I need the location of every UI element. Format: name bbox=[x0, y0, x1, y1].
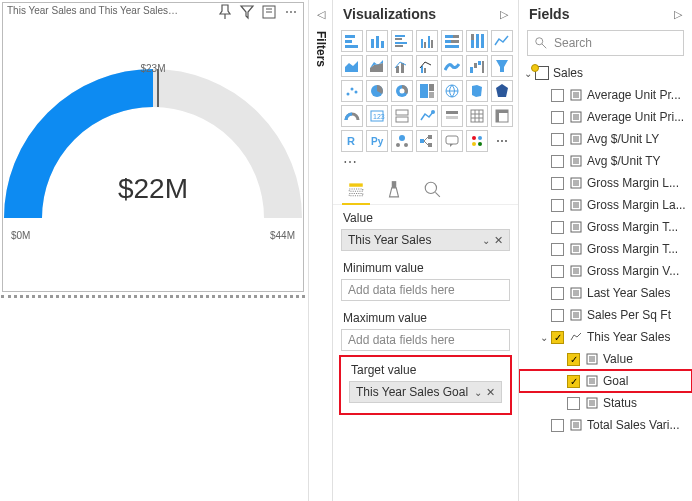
decomposition-icon[interactable] bbox=[416, 130, 438, 152]
field-checkbox[interactable] bbox=[551, 155, 564, 168]
multirow-card-icon[interactable] bbox=[391, 105, 413, 127]
gauge-icon[interactable] bbox=[341, 105, 363, 127]
matrix-icon[interactable] bbox=[491, 105, 513, 127]
filled-map-icon[interactable] bbox=[466, 80, 488, 102]
more-options-icon[interactable]: ⋯ bbox=[333, 152, 518, 172]
field-item[interactable]: Gross Margin T... bbox=[519, 216, 692, 238]
line-stacked-column-icon[interactable] bbox=[391, 55, 413, 77]
fields-search[interactable]: Search bbox=[527, 30, 684, 56]
qna-icon[interactable] bbox=[441, 130, 463, 152]
fields-pane: Fields ▷ Search ⌄SalesAverage Unit Pr...… bbox=[518, 0, 692, 501]
report-canvas[interactable]: This Year Sales and This Year Sales Goal… bbox=[0, 0, 308, 501]
svg-rect-62 bbox=[446, 136, 458, 144]
well-field-value[interactable]: This Year Sales ⌄ ✕ bbox=[341, 229, 510, 251]
chevron-down-icon[interactable]: ⌄ bbox=[474, 387, 482, 398]
funnel-icon[interactable] bbox=[491, 55, 513, 77]
svg-point-57 bbox=[396, 143, 400, 147]
field-item[interactable]: Gross Margin V... bbox=[519, 260, 692, 282]
field-checkbox[interactable] bbox=[567, 397, 580, 410]
field-item[interactable]: Total Sales Vari... bbox=[519, 414, 692, 436]
python-visual-icon[interactable]: Py bbox=[366, 130, 388, 152]
field-checkbox[interactable] bbox=[551, 243, 564, 256]
well-field-max[interactable]: Add data fields here bbox=[341, 329, 510, 351]
waterfall-icon[interactable] bbox=[466, 55, 488, 77]
remove-field-icon[interactable]: ✕ bbox=[494, 234, 503, 247]
field-item[interactable]: Gross Margin L... bbox=[519, 172, 692, 194]
field-checkbox[interactable] bbox=[551, 265, 564, 278]
custom-visual-icon[interactable] bbox=[466, 130, 488, 152]
field-item[interactable]: Avg $/Unit TY bbox=[519, 150, 692, 172]
pie-icon[interactable] bbox=[366, 80, 388, 102]
r-visual-icon[interactable]: R bbox=[341, 130, 363, 152]
field-checkbox[interactable] bbox=[551, 287, 564, 300]
well-field-target[interactable]: This Year Sales Goal ⌄ ✕ bbox=[349, 381, 502, 403]
field-checkbox[interactable] bbox=[551, 221, 564, 234]
pin-icon[interactable] bbox=[217, 4, 233, 20]
filters-pane-collapsed[interactable]: ◁ Filters bbox=[308, 0, 332, 501]
ribbon-icon[interactable] bbox=[441, 55, 463, 77]
well-field-min[interactable]: Add data fields here bbox=[341, 279, 510, 301]
slicer-icon[interactable] bbox=[441, 105, 463, 127]
shape-map-icon[interactable] bbox=[491, 80, 513, 102]
chevron-right-icon[interactable]: ▷ bbox=[500, 8, 508, 21]
field-item[interactable]: Average Unit Pri... bbox=[519, 106, 692, 128]
field-kpi[interactable]: ⌄✓This Year Sales bbox=[519, 326, 692, 348]
filter-icon[interactable] bbox=[239, 4, 255, 20]
map-icon[interactable] bbox=[441, 80, 463, 102]
kpi-icon[interactable] bbox=[416, 105, 438, 127]
field-checkbox[interactable]: ✓ bbox=[567, 353, 580, 366]
card-icon[interactable]: 123 bbox=[366, 105, 388, 127]
field-item[interactable]: Gross Margin T... bbox=[519, 238, 692, 260]
fields-tree: ⌄SalesAverage Unit Pr...Average Unit Pri… bbox=[519, 60, 692, 501]
field-item[interactable]: Last Year Sales bbox=[519, 282, 692, 304]
get-more-visuals-icon[interactable]: ⋯ bbox=[491, 130, 513, 152]
field-checkbox[interactable] bbox=[551, 111, 564, 124]
treemap-icon[interactable] bbox=[416, 80, 438, 102]
calculator-icon bbox=[569, 198, 583, 212]
field-item[interactable]: Sales Per Sq Ft bbox=[519, 304, 692, 326]
focus-icon[interactable] bbox=[261, 4, 277, 20]
clustered-bar-icon[interactable] bbox=[391, 30, 413, 52]
scatter-icon[interactable] bbox=[341, 80, 363, 102]
field-checkbox[interactable] bbox=[551, 177, 564, 190]
field-checkbox[interactable]: ✓ bbox=[567, 375, 580, 388]
calculator-icon bbox=[569, 418, 583, 432]
field-checkbox[interactable] bbox=[551, 199, 564, 212]
table-icon[interactable] bbox=[466, 105, 488, 127]
chevron-left-icon[interactable]: ◁ bbox=[317, 8, 325, 21]
gauge-visual[interactable]: This Year Sales and This Year Sales Goal… bbox=[2, 2, 304, 292]
stacked-bar-icon[interactable] bbox=[341, 30, 363, 52]
fields-tab[interactable] bbox=[345, 178, 367, 200]
field-checkbox[interactable] bbox=[551, 89, 564, 102]
field-item[interactable]: Avg $/Unit LY bbox=[519, 128, 692, 150]
field-checkbox[interactable] bbox=[551, 419, 564, 432]
stacked-area-icon[interactable] bbox=[366, 55, 388, 77]
field-checkbox[interactable] bbox=[551, 133, 564, 146]
stacked100-column-icon[interactable] bbox=[466, 30, 488, 52]
donut-icon[interactable] bbox=[391, 80, 413, 102]
analytics-tab[interactable] bbox=[421, 178, 443, 200]
line-icon[interactable] bbox=[491, 30, 513, 52]
table-sales[interactable]: ⌄Sales bbox=[519, 62, 692, 84]
field-kpi-child[interactable]: ✓Goal bbox=[519, 370, 692, 392]
area-icon[interactable] bbox=[341, 55, 363, 77]
stacked100-bar-icon[interactable] bbox=[441, 30, 463, 52]
field-kpi-child[interactable]: ✓Value bbox=[519, 348, 692, 370]
format-tab[interactable] bbox=[383, 178, 405, 200]
svg-rect-28 bbox=[424, 68, 426, 73]
key-influencers-icon[interactable] bbox=[391, 130, 413, 152]
field-kpi-child[interactable]: Status bbox=[519, 392, 692, 414]
remove-field-icon[interactable]: ✕ bbox=[486, 386, 495, 399]
clustered-column-icon[interactable] bbox=[416, 30, 438, 52]
field-checkbox[interactable]: ✓ bbox=[551, 331, 564, 344]
line-clustered-column-icon[interactable] bbox=[416, 55, 438, 77]
field-checkbox[interactable] bbox=[551, 309, 564, 322]
more-icon[interactable]: ⋯ bbox=[283, 4, 299, 20]
expand-icon[interactable]: ⌄ bbox=[537, 332, 551, 343]
field-item[interactable]: Average Unit Pr... bbox=[519, 84, 692, 106]
field-item[interactable]: Gross Margin La... bbox=[519, 194, 692, 216]
stacked-column-icon[interactable] bbox=[366, 30, 388, 52]
chevron-right-icon[interactable]: ▷ bbox=[674, 8, 682, 21]
field-label: This Year Sales bbox=[587, 330, 670, 344]
chevron-down-icon[interactable]: ⌄ bbox=[482, 235, 490, 246]
